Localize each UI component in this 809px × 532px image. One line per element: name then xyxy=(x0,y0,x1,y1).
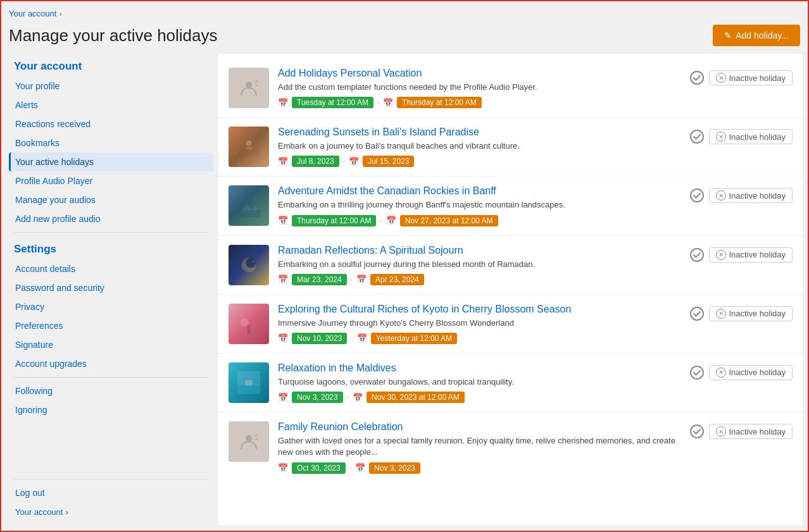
sidebar-divider-1 xyxy=(14,232,208,233)
date-separator: · xyxy=(351,275,353,284)
x-circle-icon: ✕ xyxy=(716,426,726,436)
inactive-badge-holiday-5[interactable]: ✕ Inactive holiday xyxy=(709,306,793,321)
holiday-title-holiday-5[interactable]: Exploring the Cultural Riches of Kyoto i… xyxy=(278,304,676,315)
holiday-dates-holiday-2: 📅 Jul 8, 2023 · 📅 Jul 15, 2023 xyxy=(278,156,676,167)
check-icon-holiday-6[interactable] xyxy=(690,366,704,380)
x-circle-icon: ✕ xyxy=(716,73,726,83)
holiday-desc-holiday-5: Immersive Journey through Kyoto's Cherry… xyxy=(278,318,676,329)
breadcrumb-top[interactable]: Your account › xyxy=(6,6,803,22)
page-header: Manage your active holidays ✎ Add holida… xyxy=(6,22,803,54)
holiday-title-holiday-2[interactable]: Serenading Sunsets in Bali's Island Para… xyxy=(278,127,676,138)
holiday-thumb-holiday-5 xyxy=(229,304,269,344)
sidebar-item-signature[interactable]: Signature xyxy=(9,335,213,354)
breadcrumb-chevron-icon: › xyxy=(59,9,61,18)
holiday-date-start: Oct 30, 2023 xyxy=(292,462,346,474)
check-icon-holiday-5[interactable] xyxy=(690,307,704,321)
x-circle-icon: ✕ xyxy=(716,309,726,319)
holiday-desc-holiday-2: Embark on a journey to Bali's tranquil b… xyxy=(278,140,676,152)
holiday-body-holiday-4: Ramadan Reflections: A Spiritual Sojourn… xyxy=(278,245,676,285)
calendar-start-icon: 📅 xyxy=(278,216,288,225)
holiday-title-holiday-4[interactable]: Ramadan Reflections: A Spiritual Sojourn xyxy=(278,245,676,256)
add-holiday-edit-icon: ✎ xyxy=(724,30,732,40)
inactive-badge-holiday-4[interactable]: ✕ Inactive holiday xyxy=(709,247,793,263)
holiday-date-end: Yesterday at 12:00 AM xyxy=(371,333,457,344)
holiday-thumb-holiday-4 xyxy=(229,245,269,285)
holiday-item: Adventure Amidst the Canadian Rockies in… xyxy=(218,176,803,235)
sidebar-item-your-active-holidays[interactable]: Your active holidays xyxy=(9,152,213,171)
svg-rect-16 xyxy=(245,380,252,385)
sidebar-item-password-and-security[interactable]: Password and security xyxy=(9,278,213,297)
sidebar-item-account-details[interactable]: Account details xyxy=(9,259,213,278)
holidays-list: Add Holidays Personal VacationAdd the cu… xyxy=(218,54,803,526)
date-separator: · xyxy=(343,157,345,166)
holiday-date-end: Nov 3, 2023 xyxy=(369,462,420,474)
holiday-body-holiday-1: Add Holidays Personal VacationAdd the cu… xyxy=(278,68,676,108)
holiday-thumb-holiday-7 xyxy=(229,421,269,462)
sidebar-item-your-profile[interactable]: Your profile xyxy=(9,77,213,96)
svg-point-17 xyxy=(246,435,252,442)
calendar-start-icon: 📅 xyxy=(278,333,288,343)
calendar-start-icon: 📅 xyxy=(278,393,288,402)
inactive-badge-holiday-2[interactable]: ✕ Inactive holiday xyxy=(709,129,793,144)
date-separator: · xyxy=(351,334,353,343)
check-icon-holiday-1[interactable] xyxy=(690,71,704,85)
holiday-desc-holiday-1: Add the custom templater functions neede… xyxy=(278,82,676,93)
holiday-thumb-holiday-3 xyxy=(229,185,269,226)
check-icon-holiday-4[interactable] xyxy=(690,248,704,262)
inactive-badge-holiday-7[interactable]: ✕ Inactive holiday xyxy=(709,424,793,439)
inactive-label: Inactive holiday xyxy=(729,191,786,201)
holiday-item: Serenading Sunsets in Bali's Island Para… xyxy=(218,118,803,176)
x-circle-icon: ✕ xyxy=(716,190,726,201)
sidebar-item-bookmarks[interactable]: Bookmarks xyxy=(9,133,213,152)
inactive-badge-holiday-6[interactable]: ✕ Inactive holiday xyxy=(709,365,793,380)
holiday-dates-holiday-6: 📅 Nov 3, 2023 · 📅 Nov 30, 2023 at 12:00 … xyxy=(278,392,676,403)
breadcrumb-top-label: Your account xyxy=(9,9,56,18)
x-circle-icon: ✕ xyxy=(716,132,726,142)
holiday-title-holiday-3[interactable]: Adventure Amidst the Canadian Rockies in… xyxy=(278,185,676,197)
holiday-title-holiday-1[interactable]: Add Holidays Personal Vacation xyxy=(278,68,676,79)
holiday-date-end: Nov 27, 2023 at 12:00 AM xyxy=(400,215,498,226)
date-separator: · xyxy=(347,393,349,402)
sidebar-item-alerts[interactable]: Alerts xyxy=(9,96,213,114)
sidebar-item-manage-your-audios[interactable]: Manage your audios xyxy=(9,190,213,209)
inactive-label: Inactive holiday xyxy=(729,250,786,259)
holiday-thumb-holiday-6 xyxy=(229,362,269,403)
sidebar-item-privacy[interactable]: Privacy xyxy=(9,297,213,316)
holiday-actions-holiday-3: ✕ Inactive holiday xyxy=(690,188,793,203)
holiday-item: Family Reunion CelebrationGather with lo… xyxy=(218,412,803,482)
sidebar-item-following[interactable]: Following xyxy=(9,381,213,400)
sidebar-item-profile-audio-player[interactable]: Profile Audio Player xyxy=(9,171,213,190)
holiday-title-holiday-6[interactable]: Relaxation in the Maldives xyxy=(278,362,676,374)
holiday-date-start: Thursday at 12:00 AM xyxy=(292,215,376,226)
breadcrumb-bottom[interactable]: Your account › xyxy=(9,502,213,519)
inactive-badge-holiday-3[interactable]: ✕ Inactive holiday xyxy=(709,188,793,203)
inactive-badge-holiday-1[interactable]: ✕ Inactive holiday xyxy=(709,70,793,85)
holiday-dates-holiday-3: 📅 Thursday at 12:00 AM · 📅 Nov 27, 2023 … xyxy=(278,215,676,226)
check-icon-holiday-2[interactable] xyxy=(690,130,704,144)
sidebar-item-reactions-received[interactable]: Reactions received xyxy=(9,114,213,133)
calendar-start-icon: 📅 xyxy=(278,463,288,473)
calendar-end-icon: 📅 xyxy=(383,98,393,108)
check-icon-holiday-3[interactable] xyxy=(690,189,704,202)
holiday-desc-holiday-3: Embarking on a thrilling journey through… xyxy=(278,199,676,211)
holiday-desc-holiday-7: Gather with loved ones for a special fam… xyxy=(278,435,676,458)
calendar-start-icon: 📅 xyxy=(278,98,288,108)
add-holiday-button[interactable]: ✎ Add holiday... xyxy=(713,25,800,46)
svg-point-11 xyxy=(249,318,256,325)
sidebar-item-ignoring[interactable]: Ignoring xyxy=(9,400,213,419)
holiday-body-holiday-7: Family Reunion CelebrationGather with lo… xyxy=(278,421,676,473)
holiday-actions-holiday-7: ✕ Inactive holiday xyxy=(690,424,793,439)
sidebar-item-account-upgrades[interactable]: Account upgrades xyxy=(9,354,213,373)
holiday-title-holiday-7[interactable]: Family Reunion Celebration xyxy=(278,421,676,433)
check-icon-holiday-7[interactable] xyxy=(690,424,704,438)
holiday-date-start: Tuesday at 12:00 AM xyxy=(292,97,373,108)
holiday-actions-holiday-5: ✕ Inactive holiday xyxy=(690,306,793,321)
sidebar-item-preferences[interactable]: Preferences xyxy=(9,316,213,335)
holiday-date-start: Mar 23, 2024 xyxy=(292,274,347,285)
sidebar-item-add-new-profile-audio[interactable]: Add new profile audio xyxy=(9,209,213,228)
logout-link[interactable]: Log out xyxy=(9,483,213,502)
page-title: Manage your active holidays xyxy=(9,26,218,46)
holiday-dates-holiday-7: 📅 Oct 30, 2023 · 📅 Nov 3, 2023 xyxy=(278,462,676,474)
calendar-end-icon: 📅 xyxy=(357,333,367,343)
date-separator: · xyxy=(349,464,351,473)
